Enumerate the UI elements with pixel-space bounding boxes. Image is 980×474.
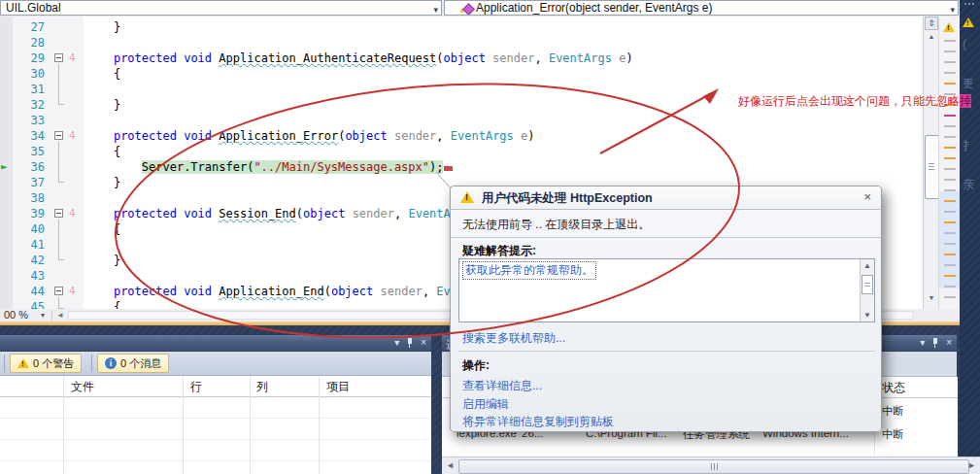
line-number: 41 xyxy=(13,237,45,253)
scrollbar-thumb[interactable] xyxy=(925,135,939,199)
marker-tick xyxy=(944,40,956,42)
enable-editing-link[interactable]: 启用编辑 xyxy=(462,396,509,413)
marker-tick xyxy=(944,157,956,159)
column-header-1[interactable]: 文件 xyxy=(71,379,178,395)
collapsed-panel-strip[interactable]: (更扌亲 xyxy=(960,0,980,457)
fold-collapse-icon[interactable] xyxy=(54,287,63,295)
splitter-handle-icon[interactable]: ⇕ xyxy=(925,17,938,30)
line-number: 45 xyxy=(13,299,45,309)
fold-collapse-icon[interactable] xyxy=(54,209,63,218)
code-line-27: 27 } xyxy=(0,19,923,35)
divider xyxy=(458,351,875,352)
fold-guide xyxy=(58,142,59,183)
marker-tick xyxy=(944,61,956,63)
close-icon[interactable]: × xyxy=(421,337,426,349)
marker-tick xyxy=(944,275,956,277)
line-number: 39 xyxy=(13,206,45,221)
scrollbar-thumb[interactable] xyxy=(862,275,873,294)
actions-label: 操作: xyxy=(462,357,490,374)
fold-collapse-icon[interactable] xyxy=(54,53,63,62)
line-number: 40 xyxy=(13,221,45,237)
code-line-35: 35 { xyxy=(0,144,923,159)
chevron-down-icon[interactable]: ▾ xyxy=(433,3,438,16)
divider xyxy=(4,355,5,372)
process-status: 中断 xyxy=(882,427,904,442)
marker-viewport-band xyxy=(939,191,960,288)
column-divider xyxy=(183,376,184,474)
line-number: 43 xyxy=(13,268,45,284)
scroll-left-icon[interactable]: ◄ xyxy=(446,460,455,470)
code-line-33: 33 xyxy=(0,113,923,128)
scroll-left-icon[interactable]: ◄ xyxy=(56,311,64,320)
marker-tick xyxy=(944,189,956,191)
troubleshooting-list[interactable]: 获取此异常的常规帮助。 ▲ ▼ xyxy=(458,258,875,322)
scope-dropdown[interactable]: UIL.Global ▾ xyxy=(0,0,442,16)
window-menu-icon[interactable]: ▾ xyxy=(920,337,925,349)
scroll-marker-column[interactable] xyxy=(938,17,960,309)
chevron-down-icon[interactable]: ▾ xyxy=(950,3,955,16)
troubleshooting-tip-link[interactable]: 获取此异常的常规帮助。 xyxy=(462,261,596,280)
scroll-up-icon[interactable]: ▲ xyxy=(925,30,938,43)
scroll-up-icon[interactable]: ▲ xyxy=(862,261,873,270)
divider xyxy=(91,355,92,372)
warning-icon xyxy=(963,14,974,31)
exception-dialog-title: 用户代码未处理 HttpException xyxy=(482,190,653,207)
code-line-36: ►36 Server.Transfer("../Main/SysMessage.… xyxy=(0,159,923,175)
marker-tick xyxy=(944,221,956,223)
member-dropdown[interactable]: Application_Error(object sender, EventAr… xyxy=(444,0,959,16)
exception-dialog-titlebar: 用户代码未处理 HttpException × xyxy=(451,186,881,210)
window-menu-icon[interactable]: ▾ xyxy=(394,337,399,349)
reference-count: 4 xyxy=(69,206,76,221)
messages-count: 0 个消息 xyxy=(120,356,161,371)
fold-collapse-icon[interactable] xyxy=(54,131,63,140)
warnings-filter-button[interactable]: 0 个警告 xyxy=(10,354,82,373)
error-list-titlebar[interactable]: ▾ × xyxy=(0,335,431,352)
view-detail-link[interactable]: 查看详细信息... xyxy=(462,378,542,394)
fold-guide xyxy=(58,64,59,105)
line-number: 35 xyxy=(13,144,45,159)
close-icon[interactable]: × xyxy=(946,337,952,349)
grip-dots xyxy=(963,3,975,6)
scrollbar-thumb[interactable] xyxy=(458,459,969,474)
reference-count: 4 xyxy=(69,51,76,66)
chevron-down-icon[interactable]: ▾ xyxy=(41,311,45,320)
line-number: 31 xyxy=(13,82,45,97)
scroll-down-icon[interactable]: ▼ xyxy=(862,311,873,320)
messages-filter-button[interactable]: i 0 个消息 xyxy=(97,354,169,373)
column-divider xyxy=(319,376,320,474)
error-list-toolbar: 0 个警告 i 0 个消息 xyxy=(0,352,431,376)
scroll-right-icon[interactable]: ► xyxy=(967,460,976,470)
line-number: 32 xyxy=(13,97,45,113)
error-list-table: 文件行列项目 xyxy=(0,376,431,474)
marker-tick xyxy=(944,136,956,138)
copy-exception-link[interactable]: 将异常详细信息复制到剪贴板 xyxy=(462,414,614,430)
exception-message: 无法使用前导 .. 在顶级目录上退出。 xyxy=(462,217,650,233)
marker-tick xyxy=(944,115,956,117)
search-online-help-link[interactable]: 搜索更多联机帮助... xyxy=(462,330,565,347)
info-icon: i xyxy=(105,357,117,369)
line-number: 33 xyxy=(13,113,45,128)
scroll-down-icon[interactable]: ▼ xyxy=(925,291,938,304)
line-number: 28 xyxy=(13,35,45,51)
zoom-level[interactable]: 00 % xyxy=(4,309,28,322)
divider xyxy=(51,310,52,321)
list-scrollbar[interactable]: ▲ ▼ xyxy=(860,259,874,322)
error-list-header-row[interactable]: 文件行列项目 xyxy=(0,376,431,397)
warning-icon xyxy=(17,358,29,368)
column-header-2[interactable]: 行 xyxy=(190,379,249,395)
column-divider xyxy=(250,376,251,474)
close-icon[interactable]: × xyxy=(863,189,871,204)
line-number: 34 xyxy=(13,128,45,144)
line-number: 38 xyxy=(13,190,45,206)
marker-tick xyxy=(944,200,956,202)
column-header-4[interactable]: 项目 xyxy=(326,379,423,395)
collapsed-tab-glyph: 亲 xyxy=(963,177,974,193)
scope-dropdown-value: UIL.Global xyxy=(6,1,61,15)
annotation-note: 好像运行后点会出现这个问题，只能先忽略掉 xyxy=(738,93,971,110)
processes-horizontal-scrollbar[interactable]: ◄ ► xyxy=(442,457,980,474)
status-column-header[interactable]: 状态 xyxy=(882,380,905,396)
pin-icon[interactable] xyxy=(405,337,415,349)
column-header-3[interactable]: 列 xyxy=(256,379,317,395)
pin-icon[interactable] xyxy=(930,337,940,349)
editor-vertical-scrollbar[interactable]: ⇕ ▲ ▼ xyxy=(923,17,938,309)
